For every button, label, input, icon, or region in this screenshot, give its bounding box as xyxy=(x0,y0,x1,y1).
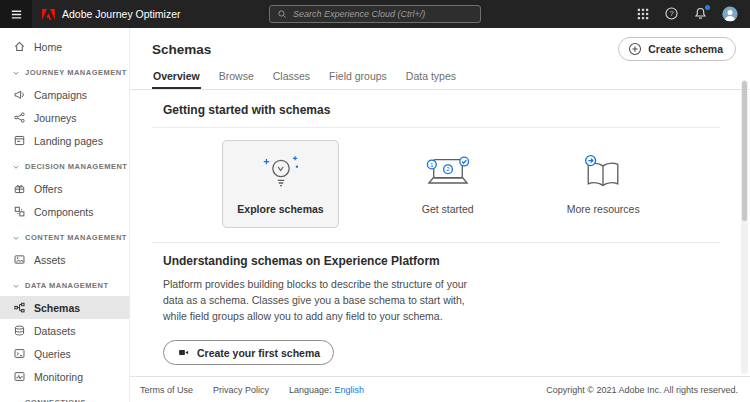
avatar-icon xyxy=(722,6,738,22)
card-explore-schemas[interactable]: Explore schemas xyxy=(222,140,338,228)
sidebar-item-campaigns[interactable]: Campaigns xyxy=(0,83,129,106)
global-search[interactable] xyxy=(269,5,481,23)
monitoring-icon xyxy=(13,370,26,383)
nav-item-label: Monitoring xyxy=(34,371,83,383)
language-select-link[interactable]: English xyxy=(335,385,365,395)
footer-links: Terms of UsePrivacy Policy xyxy=(140,385,269,395)
offers-icon xyxy=(13,182,26,195)
getting-started-cards: Explore schemas 1 2 xyxy=(152,128,720,243)
sidebar-item-components[interactable]: Components xyxy=(0,200,129,223)
scrollbar[interactable] xyxy=(741,80,748,374)
journeys-icon xyxy=(13,111,26,124)
adobe-logo-icon xyxy=(42,9,55,20)
nav-item-label: Home xyxy=(34,41,62,53)
help-icon: ? xyxy=(664,6,679,21)
book-icon xyxy=(576,153,630,193)
understanding-title: Understanding schemas on Experience Plat… xyxy=(163,254,720,268)
sidebar-section-journey-management[interactable]: JOURNEY MANAGEMENT xyxy=(0,62,129,83)
card-label: Get started xyxy=(422,203,474,215)
notification-dot xyxy=(705,5,710,10)
sidebar-item-offers[interactable]: Offers xyxy=(0,177,129,200)
card-label: Explore schemas xyxy=(237,203,323,215)
help-button[interactable]: ? xyxy=(664,6,680,22)
section-label: CONTENT MANAGEMENT xyxy=(25,233,127,242)
footer: Terms of UsePrivacy Policy Language:Engl… xyxy=(130,376,750,402)
tabs: OverviewBrowseClassesField groupsData ty… xyxy=(130,65,750,90)
user-avatar[interactable] xyxy=(722,6,738,22)
hamburger-icon xyxy=(9,7,24,22)
section-label: CONNECTIONS xyxy=(25,398,86,402)
tab-classes[interactable]: Classes xyxy=(272,65,311,89)
landing-pages-icon xyxy=(13,134,26,147)
scrollbar-thumb[interactable] xyxy=(742,81,747,221)
chevron-down-icon xyxy=(11,68,21,78)
understanding-section: Understanding schemas on Experience Plat… xyxy=(152,243,720,376)
nav-item-label: Offers xyxy=(34,183,62,195)
datasets-icon xyxy=(13,324,26,337)
sidebar-section-content-management[interactable]: CONTENT MANAGEMENT xyxy=(0,227,129,248)
footer-link-privacy-policy[interactable]: Privacy Policy xyxy=(213,385,269,395)
sidebar-item-datasets[interactable]: Datasets xyxy=(0,319,129,342)
sidebar-nav: HomeJOURNEY MANAGEMENTCampaignsJourneysL… xyxy=(0,28,130,402)
footer-link-terms-of-use[interactable]: Terms of Use xyxy=(140,385,193,395)
section-label: DATA MANAGEMENT xyxy=(25,281,109,290)
search-input[interactable] xyxy=(293,9,473,19)
sidebar-item-home[interactable]: Home xyxy=(0,35,129,58)
tab-overview[interactable]: Overview xyxy=(152,65,201,89)
understanding-body: Platform provides building blocks to des… xyxy=(163,277,485,324)
sidebar-item-journeys[interactable]: Journeys xyxy=(0,106,129,129)
components-icon xyxy=(13,205,26,218)
getting-started-title: Getting started with schemas xyxy=(152,95,720,128)
notifications-button[interactable] xyxy=(693,6,709,22)
create-schema-label: Create schema xyxy=(648,43,723,55)
create-schema-button[interactable]: Create schema xyxy=(618,37,736,61)
search-icon xyxy=(277,9,288,20)
nav-item-label: Datasets xyxy=(34,325,75,337)
section-label: JOURNEY MANAGEMENT xyxy=(25,68,127,77)
main-header: Schemas Create schema xyxy=(130,28,750,61)
plus-circle-icon xyxy=(628,42,642,56)
video-camera-icon xyxy=(177,347,190,358)
top-bar: Adobe Journey Optimizer ? xyxy=(0,0,750,28)
brand: Adobe Journey Optimizer xyxy=(42,8,180,20)
sidebar-item-schemas[interactable]: Schemas xyxy=(0,296,129,319)
nav-item-label: Schemas xyxy=(34,302,80,314)
sidebar-item-landing-pages[interactable]: Landing pages xyxy=(0,129,129,152)
sidebar-item-assets[interactable]: Assets xyxy=(0,248,129,271)
topbar-actions: ? xyxy=(635,6,750,22)
sidebar-item-queries[interactable]: Queries xyxy=(0,342,129,365)
tab-data-types[interactable]: Data types xyxy=(405,65,457,89)
nav-item-label: Journeys xyxy=(34,112,77,124)
card-more-resources[interactable]: More resources xyxy=(557,141,650,227)
create-first-schema-button[interactable]: Create your first schema xyxy=(163,340,334,365)
svg-text:1: 1 xyxy=(430,161,434,168)
tab-browse[interactable]: Browse xyxy=(218,65,255,89)
chevron-down-icon xyxy=(11,233,21,243)
copyright-text: Copyright © 2021 Adobe Inc. All rights r… xyxy=(546,385,738,395)
apps-grid-button[interactable] xyxy=(635,6,651,22)
schemas-icon xyxy=(13,301,26,314)
chevron-down-icon xyxy=(11,398,21,402)
laptop-steps-icon: 1 2 xyxy=(419,153,477,193)
chevron-down-icon xyxy=(11,281,21,291)
section-label: DECISION MANAGEMENT xyxy=(25,162,127,171)
content-area: Getting started with schemas Explore sch… xyxy=(130,90,750,376)
assets-icon xyxy=(13,253,26,266)
campaigns-icon xyxy=(13,88,26,101)
nav-item-label: Queries xyxy=(34,348,71,360)
page-title: Schemas xyxy=(152,42,211,57)
nav-item-label: Landing pages xyxy=(34,135,103,147)
sidebar-section-data-management[interactable]: DATA MANAGEMENT xyxy=(0,275,129,296)
nav-item-label: Components xyxy=(34,206,94,218)
create-first-schema-label: Create your first schema xyxy=(197,347,320,359)
card-label: More resources xyxy=(567,203,640,215)
chevron-down-icon xyxy=(11,162,21,172)
card-get-started[interactable]: 1 2 Get started xyxy=(409,141,487,227)
tab-field-groups[interactable]: Field groups xyxy=(328,65,388,89)
sidebar-item-monitoring[interactable]: Monitoring xyxy=(0,365,129,388)
sidebar-section-decision-management[interactable]: DECISION MANAGEMENT xyxy=(0,156,129,177)
hamburger-menu-button[interactable] xyxy=(0,0,32,28)
sidebar-section-connections[interactable]: CONNECTIONS xyxy=(0,392,129,402)
lightbulb-icon xyxy=(257,153,305,193)
home-icon xyxy=(13,40,26,53)
